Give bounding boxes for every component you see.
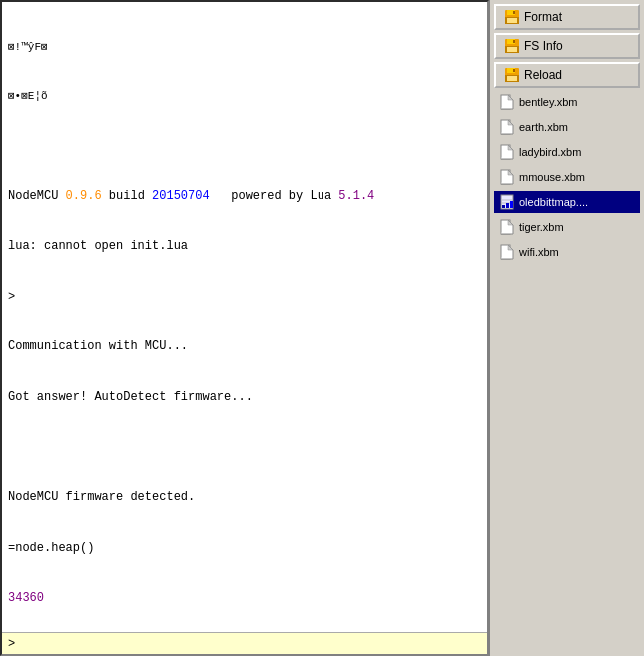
blank-line-1 (8, 138, 481, 155)
sidebar-file-earth-label: earth.xbm (519, 121, 568, 133)
heap-value-line: 34360 (8, 590, 481, 607)
terminal-panel: ⊠!™ŷF⊠ ⊠•⊠Ε¦õ NodeMCU 0.9.6 build 201507… (0, 0, 489, 656)
reload-icon (504, 67, 520, 83)
input-prompt: > (8, 637, 15, 651)
svg-rect-4 (513, 11, 515, 14)
sidebar-file-bentley-label: bentley.xbm (519, 96, 578, 108)
sidebar-file-tiger[interactable]: tiger.xbm (494, 216, 640, 238)
sidebar-file-ladybird-label: ladybird.xbm (519, 146, 581, 158)
fsinfo-label: FS Info (524, 39, 563, 53)
file-icon-mmouse (499, 169, 515, 185)
file-icon-tiger (499, 219, 515, 235)
lua-error-line: lua: cannot open init.lua (8, 238, 481, 255)
sidebar-file-tiger-label: tiger.xbm (519, 221, 564, 233)
sidebar-file-wifi[interactable]: wifi.xbm (494, 241, 640, 263)
fsinfo-icon (504, 38, 520, 54)
sidebar-file-wifi-label: wifi.xbm (519, 246, 559, 258)
file-icon-bentley (499, 94, 515, 110)
format-label: Format (524, 10, 562, 24)
sidebar-file-earth[interactable]: earth.xbm (494, 116, 640, 138)
sidebar-file-ladybird[interactable]: ladybird.xbm (494, 141, 640, 163)
sidebar-file-oledbittmap-label: oledbittmap.... (519, 196, 588, 208)
terminal-output[interactable]: ⊠!™ŷF⊠ ⊠•⊠Ε¦õ NodeMCU 0.9.6 build 201507… (2, 2, 487, 632)
svg-rect-3 (507, 18, 517, 23)
reload-label: Reload (524, 68, 562, 82)
sidebar-file-oledbittmap[interactable]: oledbittmap.... (494, 191, 640, 213)
reload-button[interactable]: Reload (494, 62, 640, 88)
file-icon-earth (499, 119, 515, 135)
fsinfo-button[interactable]: FS Info (494, 33, 640, 59)
got-answer-line: Got answer! AutoDetect firmware... (8, 389, 481, 406)
svg-rect-9 (513, 40, 515, 43)
svg-rect-27 (506, 203, 509, 208)
comm-line: Communication with MCU... (8, 338, 481, 355)
sidebar-file-mmouse-label: mmouse.xbm (519, 171, 585, 183)
sidebar: Format FS Info (489, 0, 644, 656)
svg-rect-14 (513, 69, 515, 72)
firmware-detected-line: NodeMCU firmware detected. (8, 489, 481, 506)
svg-rect-13 (507, 76, 517, 81)
svg-rect-8 (507, 47, 517, 52)
terminal-input-row[interactable]: > (2, 632, 487, 654)
garbled-line-2: ⊠•⊠Ε¦õ (8, 89, 481, 104)
svg-rect-26 (502, 205, 505, 208)
file-icon-ladybird (499, 144, 515, 160)
nodemcu-line: NodeMCU 0.9.6 build 20150704 powered by … (8, 188, 481, 205)
format-button[interactable]: Format (494, 4, 640, 30)
prompt-1: > (8, 289, 481, 306)
garbled-line-1: ⊠!™ŷF⊠ (8, 40, 481, 55)
svg-rect-28 (510, 201, 513, 208)
file-icon-wifi (499, 244, 515, 260)
main-container: ⊠!™ŷF⊠ ⊠•⊠Ε¦õ NodeMCU 0.9.6 build 201507… (0, 0, 644, 656)
sidebar-file-bentley[interactable]: bentley.xbm (494, 91, 640, 113)
sidebar-file-mmouse[interactable]: mmouse.xbm (494, 166, 640, 188)
file-icon-oledbittmap (499, 194, 515, 210)
format-icon (504, 9, 520, 25)
blank-line-2 (8, 439, 481, 456)
heap-cmd-line: =node.heap() (8, 540, 481, 557)
